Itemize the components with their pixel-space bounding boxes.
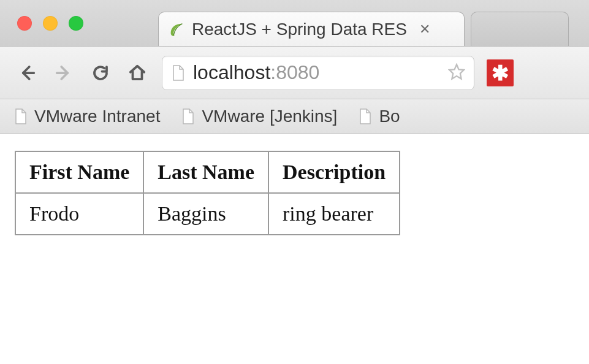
cell-description: ring bearer bbox=[268, 193, 400, 235]
forward-button[interactable] bbox=[51, 61, 76, 85]
bookmark-label: VMware Intranet bbox=[34, 107, 160, 126]
col-last-name: Last Name bbox=[143, 151, 268, 193]
url-port: :8080 bbox=[270, 61, 319, 83]
bookmark-item[interactable]: VMware [Jenkins] bbox=[181, 107, 337, 126]
employee-table: First Name Last Name Description Frodo B… bbox=[15, 151, 400, 235]
page-content: First Name Last Name Description Frodo B… bbox=[0, 134, 589, 252]
leaf-icon bbox=[167, 20, 186, 39]
address-bar[interactable]: localhost:8080 bbox=[162, 56, 474, 90]
bookmark-item[interactable]: VMware Intranet bbox=[13, 107, 160, 126]
svg-marker-2 bbox=[449, 64, 463, 78]
extension-button[interactable]: ✱ bbox=[487, 59, 514, 86]
close-icon[interactable]: ✕ bbox=[417, 20, 433, 39]
back-button[interactable] bbox=[15, 61, 39, 85]
browser-tab-inactive[interactable] bbox=[471, 12, 569, 46]
browser-tab-active[interactable]: ReactJS + Spring Data RES ✕ bbox=[158, 12, 465, 46]
home-button[interactable] bbox=[125, 61, 150, 85]
page-icon bbox=[171, 64, 186, 82]
window-minimize-button[interactable] bbox=[43, 16, 58, 31]
traffic-lights bbox=[17, 16, 83, 31]
bookmark-label: VMware [Jenkins] bbox=[202, 107, 337, 126]
window-titlebar: ReactJS + Spring Data RES ✕ bbox=[0, 0, 589, 47]
table-row: Frodo Baggins ring bearer bbox=[15, 193, 400, 235]
cell-first-name: Frodo bbox=[15, 193, 143, 235]
bookmark-label: Bo bbox=[379, 107, 400, 126]
page-icon bbox=[13, 108, 28, 125]
col-description: Description bbox=[268, 151, 400, 193]
browser-toolbar: localhost:8080 ✱ bbox=[0, 47, 589, 99]
url-host: localhost bbox=[193, 61, 270, 83]
window-zoom-button[interactable] bbox=[69, 16, 83, 31]
asterisk-icon: ✱ bbox=[492, 61, 509, 85]
bookmark-item[interactable]: Bo bbox=[358, 107, 400, 126]
page-icon bbox=[181, 108, 196, 125]
url-text: localhost:8080 bbox=[193, 61, 441, 84]
table-header-row: First Name Last Name Description bbox=[15, 151, 400, 193]
bookmark-star-icon[interactable] bbox=[448, 63, 465, 83]
window-close-button[interactable] bbox=[17, 16, 32, 31]
tab-strip: ReactJS + Spring Data RES ✕ bbox=[158, 12, 569, 46]
bookmarks-bar: VMware Intranet VMware [Jenkins] Bo bbox=[0, 99, 589, 134]
cell-last-name: Baggins bbox=[143, 193, 268, 235]
col-first-name: First Name bbox=[15, 151, 143, 193]
page-icon bbox=[358, 108, 373, 125]
tab-title: ReactJS + Spring Data RES bbox=[192, 20, 407, 39]
reload-button[interactable] bbox=[88, 61, 113, 85]
